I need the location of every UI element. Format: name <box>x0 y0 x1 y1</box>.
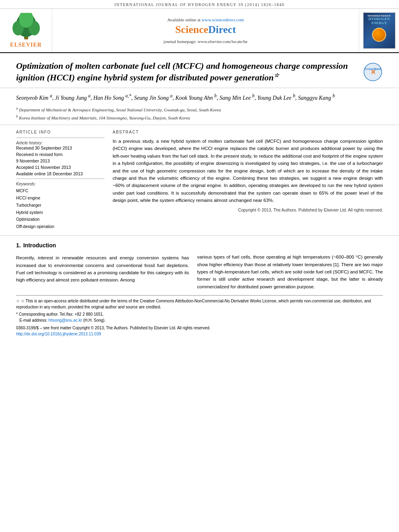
keyword-hybrid: Hybrid system <box>16 209 105 216</box>
cover-title: HYDROGENENERGY <box>368 17 390 25</box>
available-online: Available online 18 December 2013 <box>16 171 105 176</box>
affiliation-b: b Korea Institute of Machinery and Mater… <box>16 113 383 121</box>
intro-left-text: Recently, interest in renewable resource… <box>16 254 189 284</box>
intro-left-column: 1. Introduction Recently, interest in re… <box>16 242 189 290</box>
article-info-column: ARTICLE INFO Article history: Received 3… <box>16 130 105 230</box>
svg-text:✕: ✕ <box>370 69 376 76</box>
keyword-mcfc: MCFC <box>16 187 105 195</box>
received1: Received 30 September 2013 <box>16 146 105 150</box>
introduction-section: 1. Introduction Recently, interest in re… <box>0 236 399 295</box>
section-number: 1. <box>16 242 21 249</box>
accepted: Accepted 11 November 2013 <box>16 165 105 170</box>
cover-graphic <box>372 28 386 42</box>
abstract-column: ABSTRACT In a previous study, a new hybr… <box>113 130 383 230</box>
authors-line: Seonyeob Kim a, Ji Young Jung a, Han Ho … <box>16 93 383 103</box>
cover-image: International Journal of HYDROGENENERGY <box>363 12 395 49</box>
logo-bar: ELSEVIER Available online at www.science… <box>0 9 399 53</box>
available-online-text: Available online at www.sciencedirect.co… <box>167 17 244 22</box>
doi-link[interactable]: http://dx.doi.org/10.1016/j.ijhydene.201… <box>16 332 101 336</box>
keywords-label: Keywords: <box>16 181 105 186</box>
journal-header: INTERNATIONAL JOURNAL OF HYDROGEN ENERGY… <box>0 0 399 9</box>
keyword-offdesign: Off-design operation <box>16 223 105 230</box>
abstract-text: In a previous study, a new hybrid system… <box>113 138 383 204</box>
section-heading: 1. Introduction <box>16 242 189 251</box>
authors-section: Seonyeob Kim a, Ji Young Jung a, Han Ho … <box>0 88 399 125</box>
elsevier-brand-text: ELSEVIER <box>10 42 42 48</box>
copyright-line: Copyright © 2013, The Authors. Published… <box>113 207 383 212</box>
elsevier-tree-icon <box>10 13 42 41</box>
keyword-opt: Optimization <box>16 216 105 223</box>
abstract-title: ABSTRACT <box>113 130 383 134</box>
journal-cover: International Journal of HYDROGENENERGY <box>359 9 399 52</box>
svg-rect-6 <box>25 37 28 39</box>
journal-header-text: INTERNATIONAL JOURNAL OF HYDROGEN ENERGY… <box>114 2 284 7</box>
history-label: Article history: <box>16 140 105 145</box>
separator <box>16 138 105 138</box>
sciencedirect-url[interactable]: www.sciencedirect.com <box>202 17 244 22</box>
intro-right-text: various types of fuel cells, those opera… <box>197 253 383 290</box>
elsevier-logo: ELSEVIER <box>0 9 52 52</box>
received-revised-date: 9 November 2013 <box>16 158 105 163</box>
email-link[interactable]: hhsong@snu.ac.kr <box>49 318 82 322</box>
received-revised-label: Received in revised form <box>16 152 105 157</box>
separator2 <box>16 179 105 179</box>
title-section: Optimization of molten carbonate fuel ce… <box>0 53 399 88</box>
sciencedirect-logo: ScienceDirect <box>175 24 236 36</box>
affiliation-a: a Department of Mechanical & Aerospace E… <box>16 105 383 113</box>
center-header: Available online at www.sciencedirect.co… <box>52 9 359 52</box>
section-title: Introduction <box>23 242 56 249</box>
crossmark-icon: CrossMark ✕ <box>363 62 383 82</box>
keyword-hcci: HCCI engine <box>16 195 105 202</box>
intro-right-column: various types of fuel cells, those opera… <box>197 242 383 290</box>
affiliations: a Department of Mechanical & Aerospace E… <box>16 105 383 122</box>
email-line: E-mail address: hhsong@snu.ac.kr (H.H. S… <box>16 317 383 323</box>
info-abstract-section: ARTICLE INFO Article history: Received 3… <box>0 125 399 236</box>
doi-line: http://dx.doi.org/10.1016/j.ijhydene.201… <box>16 331 383 337</box>
journal-homepage-text: journal homepage: www.elsevier.com/locat… <box>164 39 248 44</box>
issn-line: 0360-3199/$ – see front matter Copyright… <box>16 325 383 331</box>
footnote-area: ☆ ☆ This is an open-access article distr… <box>16 295 383 337</box>
article-info-title: ARTICLE INFO <box>16 130 105 134</box>
star-footnote: ☆ ☆ This is an open-access article distr… <box>16 298 383 310</box>
article-title: Optimization of molten carbonate fuel ce… <box>16 60 363 84</box>
star-symbol: ☆ <box>16 299 20 303</box>
corresponding-note: * Corresponding author. Tel./fax: +82 2 … <box>16 311 383 317</box>
keyword-turbo: Turbocharger <box>16 202 105 209</box>
